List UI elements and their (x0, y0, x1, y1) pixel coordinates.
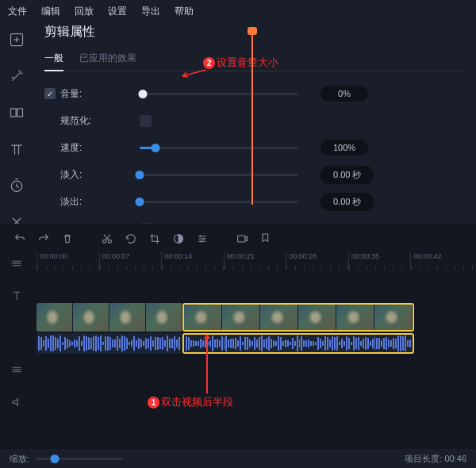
ruler-tick: 00:00:07 (99, 252, 162, 270)
menu-export[interactable]: 导出 (141, 5, 160, 18)
tab-applied-effects[interactable]: 已应用的效果 (79, 52, 136, 66)
color-adjust-icon[interactable] (167, 228, 190, 249)
add-media-icon[interactable] (6, 29, 28, 51)
marker-icon[interactable] (254, 228, 278, 249)
timer-icon[interactable] (6, 175, 28, 197)
titles-icon[interactable] (6, 138, 28, 160)
audio-track[interactable] (36, 333, 473, 354)
video-track-icon[interactable] (10, 363, 23, 378)
normalize-label: 规范化: (60, 114, 91, 128)
ruler-tick: 00:00:14 (161, 252, 224, 270)
crop-icon[interactable] (143, 228, 167, 249)
ruler-tick: 00:00:00 (36, 252, 99, 270)
zoom-label: 缩放: (10, 453, 29, 465)
volume-label: 音量: (60, 87, 82, 101)
rotate-icon[interactable] (119, 228, 143, 249)
transitions-icon[interactable] (6, 102, 28, 124)
ruler-tick: 00:00:35 (348, 252, 411, 270)
playhead[interactable] (251, 30, 253, 205)
volume-checkbox[interactable]: ✓ (44, 88, 56, 99)
svg-rect-1 (11, 109, 17, 117)
video-clip-2-selected[interactable] (182, 303, 414, 332)
titles-track-icon[interactable] (10, 290, 23, 305)
zoom-slider[interactable] (36, 453, 123, 464)
fadein-value[interactable]: 0.00 秒 (321, 166, 374, 184)
menubar: 文件 编辑 回放 设置 导出 帮助 (0, 0, 476, 23)
svg-rect-7 (238, 236, 245, 242)
ruler-tick: 00:00:28 (286, 252, 348, 270)
menu-playback[interactable]: 回放 (75, 5, 94, 18)
audio-clip-2-selected[interactable] (182, 333, 414, 354)
menu-file[interactable]: 文件 (8, 5, 27, 18)
svg-rect-2 (17, 109, 23, 117)
menu-settings[interactable]: 设置 (108, 5, 127, 18)
normalize-checkbox[interactable] (140, 115, 152, 127)
undo-icon[interactable] (8, 228, 32, 249)
project-length: 项目长度: 00:46 (405, 453, 466, 465)
timeline-toolbar (0, 224, 476, 254)
volume-slider[interactable] (140, 87, 298, 100)
ruler-tick: 00:00:21 (224, 252, 286, 270)
cut-icon[interactable] (95, 228, 119, 249)
fadein-label: 淡入: (60, 168, 82, 182)
fadeout-value[interactable]: 0.00 秒 (321, 193, 374, 211)
timeline-area: 00:00:00 00:00:07 00:00:14 00:00:21 00:0… (0, 224, 476, 468)
record-icon[interactable] (230, 228, 254, 249)
add-track-icon[interactable] (10, 257, 23, 272)
ruler-tick: 00:00:42 (410, 252, 473, 270)
volume-value[interactable]: 0% (321, 86, 368, 102)
audio-clip-1[interactable] (36, 333, 182, 354)
tab-general[interactable]: 一般 (44, 52, 63, 71)
panel-tabs: 一般 已应用的效果 (44, 52, 465, 71)
speed-label: 速度: (60, 141, 82, 155)
redo-icon[interactable] (32, 228, 56, 249)
menu-help[interactable]: 帮助 (175, 5, 194, 18)
menu-edit[interactable]: 编辑 (41, 5, 60, 18)
fadeout-slider[interactable] (140, 195, 298, 208)
delete-icon[interactable] (56, 228, 79, 249)
track-headers (0, 254, 33, 468)
left-sidebar (0, 22, 33, 233)
timeline-bottom-bar: 缩放: 项目长度: 00:46 (0, 449, 476, 468)
time-ruler[interactable]: 00:00:00 00:00:07 00:00:14 00:00:21 00:0… (36, 252, 473, 270)
properties-icon[interactable] (190, 228, 214, 249)
speed-value[interactable]: 100% (321, 140, 368, 155)
video-track[interactable] (36, 303, 473, 332)
clip-properties-panel: 剪辑属性 一般 已应用的效果 ✓ 音量: 0% 规范化: 速度: 100% 淡入… (44, 24, 465, 247)
video-clip-1[interactable] (36, 303, 182, 332)
fadein-slider[interactable] (140, 168, 298, 181)
audio-track-mute-icon[interactable] (10, 396, 23, 411)
magic-wand-icon[interactable] (6, 65, 28, 87)
speed-slider[interactable] (140, 141, 298, 154)
fadeout-label: 淡出: (60, 195, 82, 209)
